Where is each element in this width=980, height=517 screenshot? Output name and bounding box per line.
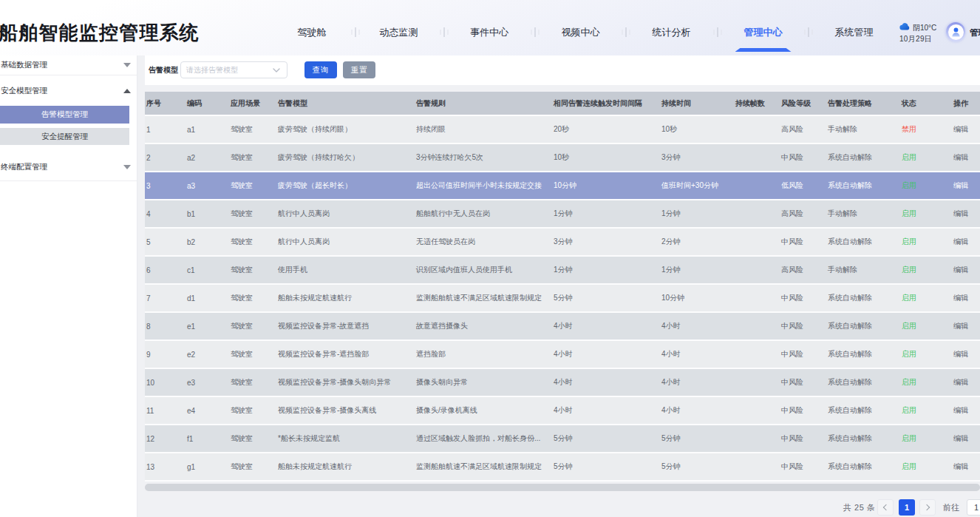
nav-item-7[interactable]: 系统管理 xyxy=(835,27,874,38)
cell-model: 使用手机 xyxy=(276,257,415,283)
cell-rule: 持续闭眼 xyxy=(415,116,552,143)
edit-link[interactable]: 编辑 xyxy=(952,144,980,171)
cell-risk: 中风险 xyxy=(780,453,826,480)
edit-link[interactable]: 编辑 xyxy=(952,257,980,283)
sidebar-group-2[interactable]: 安全模型管理 xyxy=(0,81,137,100)
cell-model: 疲劳驾驶（持续闭眼） xyxy=(276,116,415,143)
cell-status: 启用 xyxy=(900,453,952,480)
nav-item-3[interactable]: 事件中心 xyxy=(470,27,508,38)
cell-rule: 3分钟连续打哈欠5次 xyxy=(415,144,552,171)
cell-code: c1 xyxy=(186,257,229,283)
cell-interval: 4小时 xyxy=(552,313,660,339)
table-row-10[interactable]: 10e3驾驶室视频监控设备异常-摄像头朝向异常摄像头朝向异常4小时4小时中风险系… xyxy=(145,369,980,397)
edit-link[interactable]: 编辑 xyxy=(952,200,980,227)
nav-separator xyxy=(440,27,448,37)
column-header-rule: 告警规则 xyxy=(415,92,552,115)
weather-text: 阴10°C xyxy=(913,23,936,33)
nav-item-4[interactable]: 视频中心 xyxy=(562,27,600,38)
edit-link[interactable]: 编辑 xyxy=(952,341,980,368)
cell-interval: 3分钟 xyxy=(552,229,660,255)
edit-link[interactable]: 编辑 xyxy=(952,285,980,311)
next-page-button[interactable] xyxy=(919,499,936,516)
table-row-9[interactable]: 9e2驾驶室视频监控设备异常-遮挡脸部遮挡脸部4小时4小时中风险系统自动解除启用… xyxy=(145,341,980,369)
alarm-model-select[interactable]: 请选择告警模型 xyxy=(180,61,287,78)
nav-item-6[interactable]: 管理中心 xyxy=(744,27,783,38)
table-row-13[interactable]: 13g1驾驶室船舶未按规定航速航行监测船舶航速不满足区域航速限制规定5分钟5分钟… xyxy=(145,453,980,481)
cell-rule: 遮挡脸部 xyxy=(415,341,552,368)
cell-status: 启用 xyxy=(900,341,952,368)
cell-risk: 中风险 xyxy=(780,341,826,368)
current-page[interactable]: 1 xyxy=(899,499,915,516)
nav-item-2[interactable]: 动态监测 xyxy=(380,27,418,38)
user-name[interactable]: 管理员 xyxy=(970,27,980,38)
top-navbar: 船舶智能监控管理系统 驾驶舱动态监测事件中心视频中心统计分析管理中心系统管理 阴… xyxy=(0,0,980,55)
column-header-frames: 持续帧数 xyxy=(734,92,780,115)
cell-model: 视频监控设备异常-故意遮挡 xyxy=(276,313,415,339)
sidebar-group-1[interactable]: 基础数据管理 xyxy=(0,55,137,74)
reset-button[interactable]: 重置 xyxy=(343,61,375,78)
prev-page-button[interactable] xyxy=(877,499,894,516)
edit-link[interactable]: 编辑 xyxy=(952,229,980,255)
cell-code: g1 xyxy=(186,453,229,480)
cell-rule: 监测船舶航速不满足区域航速限制规定 xyxy=(415,285,552,311)
cell-scene: 驾驶室 xyxy=(229,257,276,283)
edit-link[interactable]: 编辑 xyxy=(952,116,980,143)
cell-rule: 故意遮挡摄像头 xyxy=(415,313,552,339)
edit-link[interactable]: 编辑 xyxy=(952,313,980,339)
table-row-5[interactable]: 5b2驾驶室航行中人员离岗无适任驾驶员在岗3分钟2分钟中风险系统自动解除启用编辑 xyxy=(145,229,980,257)
query-button[interactable]: 查询 xyxy=(304,61,337,78)
nav-item-5[interactable]: 统计分析 xyxy=(653,27,691,38)
sidebar: 基础数据管理安全模型管理告警模型管理安全提醒管理终端配置管理 xyxy=(0,55,137,517)
cell-strategy: 系统自动解除 xyxy=(826,369,900,396)
cell-frames xyxy=(734,200,780,227)
cell-duration: 5分钟 xyxy=(660,425,734,452)
cell-code: e1 xyxy=(186,313,229,339)
edit-link[interactable]: 编辑 xyxy=(952,453,980,480)
select-placeholder: 请选择告警模型 xyxy=(186,65,273,75)
goto-page-input[interactable]: 1 xyxy=(967,499,980,516)
table-row-12[interactable]: 12f1驾驶室*船长未按规定监航通过区域触发人脸抓拍，对船长身份...5分钟5分… xyxy=(145,425,980,453)
active-nav-underline xyxy=(735,48,792,52)
sidebar-item-2-1[interactable]: 告警模型管理 xyxy=(0,106,129,124)
table-row-7[interactable]: 7d1驾驶室船舶未按规定航速航行监测船舶航速不满足区域航速限制规定5分钟10分钟… xyxy=(145,285,980,313)
cell-rule: 识别区域内值班人员使用手机 xyxy=(415,257,552,283)
sidebar-item-2-2[interactable]: 安全提醒管理 xyxy=(0,128,129,145)
cell-seq: 3 xyxy=(145,172,186,199)
pagination: 共 25 条 1 前往 1 xyxy=(0,491,980,517)
cell-seq: 9 xyxy=(145,341,186,368)
cell-frames xyxy=(734,313,780,339)
table-row-1[interactable]: 1a1驾驶室疲劳驾驶（持续闭眼）持续闭眼20秒10秒高风险手动解除禁用编辑 xyxy=(145,116,980,144)
sidebar-group-3[interactable]: 终端配置管理 xyxy=(0,158,137,176)
nav-item-1[interactable]: 驾驶舱 xyxy=(298,27,327,38)
cell-code: d1 xyxy=(186,285,229,311)
edit-link[interactable]: 编辑 xyxy=(952,397,980,424)
horizontal-scrollbar[interactable] xyxy=(145,484,980,491)
cell-interval: 5分钟 xyxy=(552,453,660,480)
cell-strategy: 手动解除 xyxy=(826,200,900,227)
user-avatar[interactable] xyxy=(946,22,965,41)
cell-frames xyxy=(734,369,780,396)
cell-interval: 5分钟 xyxy=(552,425,660,452)
table-row-8[interactable]: 8e1驾驶室视频监控设备异常-故意遮挡故意遮挡摄像头4小时4小时中风险系统自动解… xyxy=(145,313,980,341)
column-header-model: 告警模型 xyxy=(276,92,415,115)
cell-strategy: 系统自动解除 xyxy=(826,397,900,424)
cell-code: a2 xyxy=(186,144,229,171)
table-row-2[interactable]: 2a2驾驶室疲劳驾驶（持续打哈欠）3分钟连续打哈欠5次10秒3分钟中风险系统自动… xyxy=(145,144,980,172)
cell-frames xyxy=(734,257,780,283)
edit-link[interactable]: 编辑 xyxy=(952,425,980,452)
table-row-11[interactable]: 11e4驾驶室视频监控设备异常-摄像头离线摄像头/录像机离线4小时4小时中风险系… xyxy=(145,397,980,425)
edit-link[interactable]: 编辑 xyxy=(952,172,980,199)
table-row-6[interactable]: 6c1驾驶室使用手机识别区域内值班人员使用手机1分钟1分钟高风险手动解除启用编辑 xyxy=(145,257,980,285)
table-row-3[interactable]: 3a3驾驶室疲劳驾驶（超长时长）超出公司值班时间半小时未按规定交接10分钟值班时… xyxy=(145,172,980,200)
table-row-4[interactable]: 4b1驾驶室航行中人员离岗船舶航行中无人员在岗1分钟1分钟高风险手动解除启用编辑 xyxy=(145,200,980,229)
cell-risk: 中风险 xyxy=(780,144,826,171)
edit-link[interactable]: 编辑 xyxy=(952,369,980,396)
cell-rule: 超出公司值班时间半小时未按规定交接 xyxy=(415,172,552,199)
cell-scene: 驾驶室 xyxy=(229,369,276,396)
cell-scene: 驾驶室 xyxy=(229,172,276,199)
cell-rule: 无适任驾驶员在岗 xyxy=(415,229,552,255)
cell-seq: 12 xyxy=(145,425,186,452)
caret-down-icon xyxy=(123,165,131,169)
cell-status: 启用 xyxy=(900,397,952,424)
cell-scene: 驾驶室 xyxy=(229,341,276,368)
